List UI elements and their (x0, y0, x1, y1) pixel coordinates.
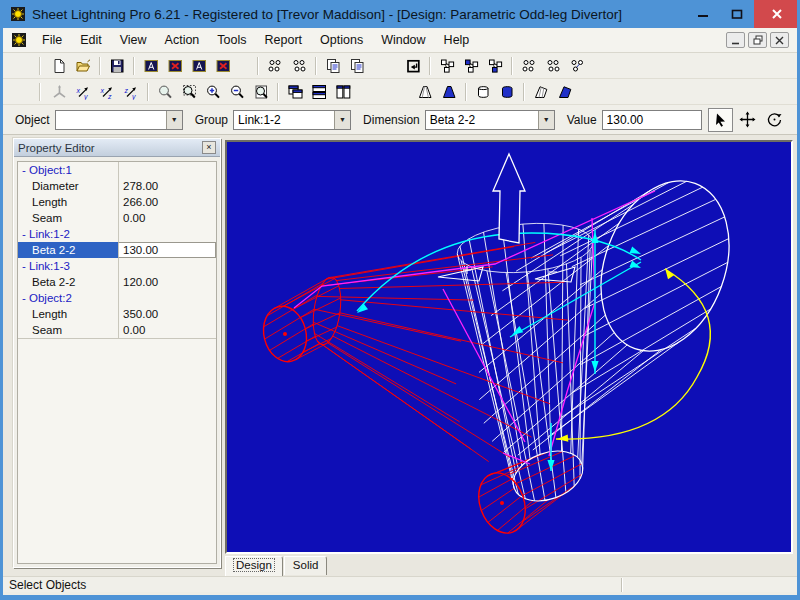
close-button[interactable] (754, 0, 800, 28)
menu-window[interactable]: Window (372, 30, 434, 50)
menu-report[interactable]: Report (256, 30, 312, 50)
property-group-row[interactable]: - Object:2 (18, 290, 216, 306)
property-value[interactable]: 278.00 (118, 178, 216, 194)
flat-pattern-button[interactable] (529, 81, 553, 103)
menu-options[interactable]: Options (311, 30, 372, 50)
zoom-in-button[interactable] (201, 81, 225, 103)
wireframe-cone-button[interactable] (413, 81, 437, 103)
property-group-row[interactable]: - Link:1-2 (18, 226, 216, 242)
copy-drawing-button[interactable] (345, 55, 369, 77)
copy-button[interactable] (321, 55, 345, 77)
mdi-close-button[interactable] (770, 32, 789, 48)
property-row[interactable]: Seam0.00 (18, 210, 216, 226)
close-3d-cad-button[interactable] (211, 55, 235, 77)
tile-horizontal-button[interactable] (307, 81, 331, 103)
unfold-selected-button[interactable] (263, 55, 287, 77)
property-value[interactable]: 0.00 (118, 322, 216, 338)
unfold-selected-icon (267, 58, 284, 74)
link-parent-button[interactable] (459, 55, 483, 77)
maximize-button[interactable] (720, 0, 754, 28)
wireframe-cylinder-icon (475, 84, 492, 100)
menu-edit[interactable]: Edit (71, 30, 111, 50)
svg-text:z: z (123, 87, 128, 94)
new-document-icon (51, 58, 68, 74)
view-xz-button[interactable]: xz (95, 81, 119, 103)
unfold-all-icon (291, 58, 308, 74)
open-file-button[interactable] (71, 55, 95, 77)
solid-cylinder-button[interactable] (495, 81, 519, 103)
property-value[interactable] (118, 226, 216, 242)
property-value[interactable] (118, 162, 216, 178)
panel-close-icon[interactable]: × (202, 141, 216, 154)
property-group-row[interactable]: - Link:1-3 (18, 258, 216, 274)
property-value[interactable]: 266.00 (118, 194, 216, 210)
tab-design[interactable]: Design (225, 556, 283, 576)
property-value[interactable] (118, 258, 216, 274)
mdi-restore-button[interactable] (748, 32, 767, 48)
open-3d-cad-icon (191, 58, 208, 74)
property-row[interactable]: Beta 2-2120.00 (18, 274, 216, 290)
menu-tools[interactable]: Tools (208, 30, 255, 50)
link-child-button[interactable] (483, 55, 507, 77)
property-row[interactable]: Length266.00 (18, 194, 216, 210)
open-2d-cad-button[interactable] (139, 55, 163, 77)
mdi-minimize-button[interactable] (726, 32, 745, 48)
insert-object-button[interactable] (401, 55, 425, 77)
property-editor-titlebar[interactable]: Property Editor × (14, 139, 220, 157)
unfold-all-button[interactable] (287, 55, 311, 77)
property-value[interactable]: 120.00 (118, 274, 216, 290)
pan-tool-button[interactable] (735, 108, 760, 132)
zoom-window-button[interactable] (177, 81, 201, 103)
group-points-button[interactable] (517, 55, 541, 77)
open-2d-cad-icon (143, 58, 160, 74)
property-group-row[interactable]: - Object:1 (18, 162, 216, 178)
save-button[interactable] (105, 55, 129, 77)
value-input[interactable] (602, 110, 702, 130)
property-value[interactable]: 0.00 (118, 210, 216, 226)
menu-view[interactable]: View (111, 30, 156, 50)
zoom-extents-button[interactable] (249, 81, 273, 103)
svg-text:y: y (131, 93, 136, 100)
chevron-down-icon[interactable]: ▼ (334, 111, 350, 129)
menu-action[interactable]: Action (156, 30, 209, 50)
link-tree-button[interactable] (435, 55, 459, 77)
object-select[interactable]: ▼ (55, 110, 183, 130)
select-tool-button[interactable] (708, 108, 733, 132)
view-xy-button[interactable]: xy (71, 81, 95, 103)
axes-button[interactable] (47, 81, 71, 103)
open-file-icon (75, 58, 92, 74)
design-viewport[interactable] (225, 140, 793, 554)
wireframe-cylinder-button[interactable] (471, 81, 495, 103)
group-select[interactable]: Link:1-2 ▼ (233, 110, 351, 130)
property-row[interactable]: Seam0.00 (18, 322, 216, 338)
title-bar[interactable]: Sheet Lightning Pro 6.21 - Registered to… (0, 0, 800, 28)
cascade-windows-button[interactable] (283, 81, 307, 103)
document-icon[interactable] (11, 32, 27, 48)
property-value[interactable]: 350.00 (118, 306, 216, 322)
new-document-button[interactable] (47, 55, 71, 77)
link-points-button[interactable] (565, 55, 589, 77)
ungroup-points-button[interactable] (541, 55, 565, 77)
solid-cone-button[interactable] (437, 81, 461, 103)
zoom-tool-button[interactable] (153, 81, 177, 103)
rotate-tool-button[interactable] (762, 108, 787, 132)
property-value[interactable] (118, 290, 216, 306)
toolbar-separator (277, 83, 279, 101)
view-zy-button[interactable]: zy (119, 81, 143, 103)
zoom-out-button[interactable] (225, 81, 249, 103)
property-row[interactable]: Diameter278.00 (18, 178, 216, 194)
chevron-down-icon[interactable]: ▼ (538, 111, 554, 129)
menu-file[interactable]: File (33, 30, 71, 50)
tab-solid[interactable]: Solid (284, 556, 328, 575)
property-row[interactable]: Beta 2-2130.00 (18, 242, 216, 258)
open-3d-cad-button[interactable] (187, 55, 211, 77)
close-2d-cad-button[interactable] (163, 55, 187, 77)
chevron-down-icon[interactable]: ▼ (166, 111, 182, 129)
menu-help[interactable]: Help (435, 30, 479, 50)
minimize-button[interactable] (686, 0, 720, 28)
property-value[interactable]: 130.00 (118, 242, 216, 258)
property-row[interactable]: Length350.00 (18, 306, 216, 322)
solid-flat-pattern-button[interactable] (553, 81, 577, 103)
dimension-select[interactable]: Beta 2-2 ▼ (425, 110, 555, 130)
tile-vertical-button[interactable] (331, 81, 355, 103)
